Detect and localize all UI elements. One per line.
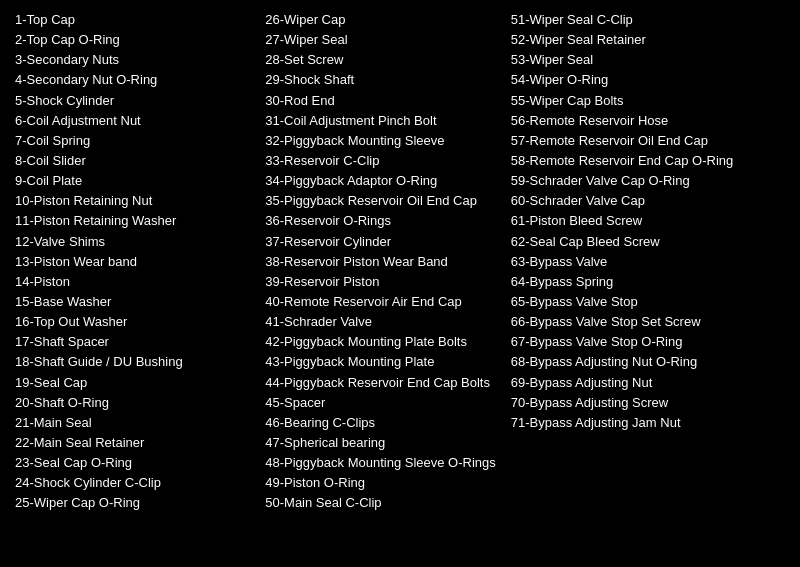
column-3: 51-Wiper Seal C-Clip52-Wiper Seal Retain… (511, 10, 785, 514)
list-item: 48-Piggyback Mounting Sleeve O-Rings (265, 453, 500, 473)
column-2: 26-Wiper Cap27-Wiper Seal28-Set Screw29-… (265, 10, 510, 514)
list-item: 5-Shock Cylinder (15, 91, 255, 111)
list-item: 29-Shock Shaft (265, 70, 500, 90)
list-item: 15-Base Washer (15, 292, 255, 312)
list-item: 42-Piggyback Mounting Plate Bolts (265, 332, 500, 352)
list-item: 47-Spherical bearing (265, 433, 500, 453)
parts-list-container: 1-Top Cap2-Top Cap O-Ring3-Secondary Nut… (15, 10, 785, 514)
list-item: 7-Coil Spring (15, 131, 255, 151)
list-item: 66-Bypass Valve Stop Set Screw (511, 312, 775, 332)
list-item: 23-Seal Cap O-Ring (15, 453, 255, 473)
list-item: 43-Piggyback Mounting Plate (265, 352, 500, 372)
list-item: 63-Bypass Valve (511, 252, 775, 272)
list-item: 6-Coil Adjustment Nut (15, 111, 255, 131)
list-item: 10-Piston Retaining Nut (15, 191, 255, 211)
list-item: 57-Remote Reservoir Oil End Cap (511, 131, 775, 151)
list-item: 13-Piston Wear band (15, 252, 255, 272)
list-item: 11-Piston Retaining Washer (15, 211, 255, 231)
list-item: 64-Bypass Spring (511, 272, 775, 292)
list-item: 28-Set Screw (265, 50, 500, 70)
list-item: 4-Secondary Nut O-Ring (15, 70, 255, 90)
list-item: 21-Main Seal (15, 413, 255, 433)
list-item: 37-Reservoir Cylinder (265, 232, 500, 252)
list-item: 40-Remote Reservoir Air End Cap (265, 292, 500, 312)
list-item: 9-Coil Plate (15, 171, 255, 191)
list-item: 45-Spacer (265, 393, 500, 413)
list-item: 70-Bypass Adjusting Screw (511, 393, 775, 413)
list-item: 31-Coil Adjustment Pinch Bolt (265, 111, 500, 131)
list-item: 18-Shaft Guide / DU Bushing (15, 352, 255, 372)
list-item: 25-Wiper Cap O-Ring (15, 493, 255, 513)
list-item: 22-Main Seal Retainer (15, 433, 255, 453)
list-item: 17-Shaft Spacer (15, 332, 255, 352)
list-item: 71-Bypass Adjusting Jam Nut (511, 413, 775, 433)
list-item: 30-Rod End (265, 91, 500, 111)
list-item: 56-Remote Reservoir Hose (511, 111, 775, 131)
list-item: 1-Top Cap (15, 10, 255, 30)
list-item: 41-Schrader Valve (265, 312, 500, 332)
list-item: 49-Piston O-Ring (265, 473, 500, 493)
list-item: 53-Wiper Seal (511, 50, 775, 70)
list-item: 55-Wiper Cap Bolts (511, 91, 775, 111)
list-item: 26-Wiper Cap (265, 10, 500, 30)
list-item: 35-Piggyback Reservoir Oil End Cap (265, 191, 500, 211)
list-item: 32-Piggyback Mounting Sleeve (265, 131, 500, 151)
list-item: 69-Bypass Adjusting Nut (511, 373, 775, 393)
list-item: 60-Schrader Valve Cap (511, 191, 775, 211)
list-item: 27-Wiper Seal (265, 30, 500, 50)
list-item: 58-Remote Reservoir End Cap O-Ring (511, 151, 775, 171)
list-item: 39-Reservoir Piston (265, 272, 500, 292)
list-item: 51-Wiper Seal C-Clip (511, 10, 775, 30)
list-item: 52-Wiper Seal Retainer (511, 30, 775, 50)
list-item: 34-Piggyback Adaptor O-Ring (265, 171, 500, 191)
list-item: 14-Piston (15, 272, 255, 292)
list-item: 24-Shock Cylinder C-Clip (15, 473, 255, 493)
list-item: 50-Main Seal C-Clip (265, 493, 500, 513)
list-item: 68-Bypass Adjusting Nut O-Ring (511, 352, 775, 372)
list-item: 20-Shaft O-Ring (15, 393, 255, 413)
column-1: 1-Top Cap2-Top Cap O-Ring3-Secondary Nut… (15, 10, 265, 514)
list-item: 33-Reservoir C-Clip (265, 151, 500, 171)
list-item: 2-Top Cap O-Ring (15, 30, 255, 50)
list-item: 67-Bypass Valve Stop O-Ring (511, 332, 775, 352)
list-item: 19-Seal Cap (15, 373, 255, 393)
list-item: 8-Coil Slider (15, 151, 255, 171)
list-item: 12-Valve Shims (15, 232, 255, 252)
list-item: 59-Schrader Valve Cap O-Ring (511, 171, 775, 191)
list-item: 65-Bypass Valve Stop (511, 292, 775, 312)
list-item: 3-Secondary Nuts (15, 50, 255, 70)
list-item: 46-Bearing C-Clips (265, 413, 500, 433)
list-item: 38-Reservoir Piston Wear Band (265, 252, 500, 272)
list-item: 62-Seal Cap Bleed Screw (511, 232, 775, 252)
list-item: 16-Top Out Washer (15, 312, 255, 332)
list-item: 61-Piston Bleed Screw (511, 211, 775, 231)
list-item: 54-Wiper O-Ring (511, 70, 775, 90)
list-item: 36-Reservoir O-Rings (265, 211, 500, 231)
list-item: 44-Piggyback Reservoir End Cap Bolts (265, 373, 500, 393)
